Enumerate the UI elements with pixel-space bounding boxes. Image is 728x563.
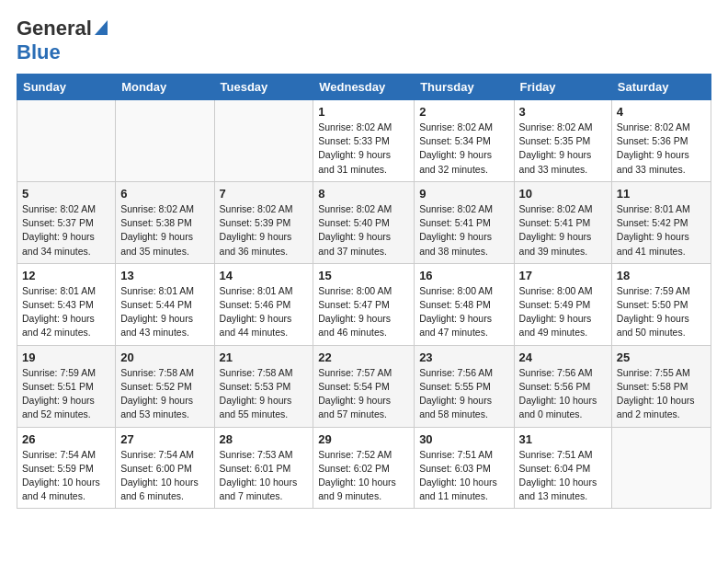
col-header-friday: Friday [514,75,611,100]
day-info: Sunrise: 7:54 AM Sunset: 5:59 PM Dayligh… [22,448,110,504]
svg-marker-0 [95,20,108,35]
calendar-cell: 9Sunrise: 8:02 AM Sunset: 5:41 PM Daylig… [415,181,514,263]
day-info: Sunrise: 7:57 AM Sunset: 5:54 PM Dayligh… [318,366,409,422]
calendar-header-row: SundayMondayTuesdayWednesdayThursdayFrid… [17,75,711,100]
day-info: Sunrise: 7:59 AM Sunset: 5:50 PM Dayligh… [617,284,706,340]
calendar-cell: 3Sunrise: 8:02 AM Sunset: 5:35 PM Daylig… [514,100,611,182]
day-number: 29 [318,432,409,446]
day-info: Sunrise: 7:53 AM Sunset: 6:01 PM Dayligh… [220,448,309,504]
day-number: 28 [220,432,309,446]
day-number: 14 [220,269,309,282]
logo: General Blue [17,17,108,64]
calendar-cell: 6Sunrise: 8:02 AM Sunset: 5:38 PM Daylig… [116,181,214,263]
calendar-cell: 26Sunrise: 7:54 AM Sunset: 5:59 PM Dayli… [17,427,116,509]
day-info: Sunrise: 8:00 AM Sunset: 5:49 PM Dayligh… [519,284,607,340]
day-number: 8 [318,187,409,201]
week-row-4: 26Sunrise: 7:54 AM Sunset: 5:59 PM Dayli… [17,427,711,509]
day-number: 26 [22,432,110,446]
day-info: Sunrise: 8:02 AM Sunset: 5:36 PM Dayligh… [617,121,706,177]
week-row-2: 12Sunrise: 8:01 AM Sunset: 5:43 PM Dayli… [17,263,711,345]
day-number: 4 [617,105,706,119]
day-info: Sunrise: 7:58 AM Sunset: 5:53 PM Dayligh… [220,366,309,422]
day-info: Sunrise: 8:02 AM Sunset: 5:33 PM Dayligh… [318,121,409,177]
day-number: 23 [419,350,508,364]
calendar-cell: 13Sunrise: 8:01 AM Sunset: 5:44 PM Dayli… [116,263,214,345]
calendar-cell: 29Sunrise: 7:52 AM Sunset: 6:02 PM Dayli… [313,427,415,509]
calendar-cell [214,100,313,182]
page: General Blue SundayMondayTuesdayWednesda… [0,0,728,525]
day-info: Sunrise: 7:55 AM Sunset: 5:58 PM Dayligh… [617,366,706,422]
day-number: 13 [120,269,209,282]
day-number: 11 [617,187,706,201]
day-number: 21 [220,350,309,364]
day-number: 7 [220,187,309,201]
day-info: Sunrise: 7:51 AM Sunset: 6:03 PM Dayligh… [419,448,508,504]
day-info: Sunrise: 8:00 AM Sunset: 5:48 PM Dayligh… [419,284,508,340]
day-info: Sunrise: 8:02 AM Sunset: 5:41 PM Dayligh… [519,202,607,259]
day-number: 22 [318,350,409,364]
calendar-cell: 8Sunrise: 8:02 AM Sunset: 5:40 PM Daylig… [313,181,415,263]
day-number: 10 [519,187,607,201]
day-number: 24 [519,350,607,364]
day-info: Sunrise: 8:02 AM Sunset: 5:41 PM Dayligh… [419,202,508,259]
logo-general-text: General [17,17,92,40]
day-number: 20 [120,350,209,364]
week-row-0: 1Sunrise: 8:02 AM Sunset: 5:33 PM Daylig… [17,100,711,182]
calendar-cell: 4Sunrise: 8:02 AM Sunset: 5:36 PM Daylig… [611,100,711,182]
calendar-cell: 27Sunrise: 7:54 AM Sunset: 6:00 PM Dayli… [116,427,214,509]
calendar-cell: 30Sunrise: 7:51 AM Sunset: 6:03 PM Dayli… [415,427,514,509]
day-info: Sunrise: 7:56 AM Sunset: 5:55 PM Dayligh… [419,366,508,422]
day-number: 18 [617,269,706,282]
day-number: 31 [519,432,607,446]
day-info: Sunrise: 8:01 AM Sunset: 5:44 PM Dayligh… [120,284,209,340]
calendar-cell [116,100,214,182]
col-header-monday: Monday [116,75,214,100]
calendar-cell: 15Sunrise: 8:00 AM Sunset: 5:47 PM Dayli… [313,263,415,345]
calendar-cell: 7Sunrise: 8:02 AM Sunset: 5:39 PM Daylig… [214,181,313,263]
day-number: 15 [318,269,409,282]
calendar-cell: 14Sunrise: 8:01 AM Sunset: 5:46 PM Dayli… [214,263,313,345]
calendar-cell: 1Sunrise: 8:02 AM Sunset: 5:33 PM Daylig… [313,100,415,182]
header: General Blue [17,17,711,64]
day-info: Sunrise: 7:51 AM Sunset: 6:04 PM Dayligh… [519,448,607,504]
col-header-tuesday: Tuesday [214,75,313,100]
logo-blue-text: Blue [17,40,61,64]
day-info: Sunrise: 8:02 AM Sunset: 5:39 PM Dayligh… [220,202,309,259]
calendar-cell: 17Sunrise: 8:00 AM Sunset: 5:49 PM Dayli… [514,263,611,345]
day-info: Sunrise: 8:01 AM Sunset: 5:46 PM Dayligh… [220,284,309,340]
calendar-cell: 28Sunrise: 7:53 AM Sunset: 6:01 PM Dayli… [214,427,313,509]
week-row-3: 19Sunrise: 7:59 AM Sunset: 5:51 PM Dayli… [17,345,711,427]
day-info: Sunrise: 8:02 AM Sunset: 5:40 PM Dayligh… [318,202,409,259]
calendar-cell: 11Sunrise: 8:01 AM Sunset: 5:42 PM Dayli… [611,181,711,263]
week-row-1: 5Sunrise: 8:02 AM Sunset: 5:37 PM Daylig… [17,181,711,263]
calendar-cell: 18Sunrise: 7:59 AM Sunset: 5:50 PM Dayli… [611,263,711,345]
calendar-cell: 31Sunrise: 7:51 AM Sunset: 6:04 PM Dayli… [514,427,611,509]
calendar-cell: 22Sunrise: 7:57 AM Sunset: 5:54 PM Dayli… [313,345,415,427]
day-info: Sunrise: 8:02 AM Sunset: 5:37 PM Dayligh… [22,202,110,259]
day-number: 17 [519,269,607,282]
day-number: 6 [120,187,209,201]
calendar-cell: 2Sunrise: 8:02 AM Sunset: 5:34 PM Daylig… [415,100,514,182]
day-info: Sunrise: 7:52 AM Sunset: 6:02 PM Dayligh… [318,448,409,504]
day-info: Sunrise: 8:02 AM Sunset: 5:38 PM Dayligh… [120,202,209,259]
logo-triangle-icon [95,20,108,39]
day-number: 12 [22,269,110,282]
day-info: Sunrise: 7:56 AM Sunset: 5:56 PM Dayligh… [519,366,607,422]
day-number: 30 [419,432,508,446]
calendar-cell: 20Sunrise: 7:58 AM Sunset: 5:52 PM Dayli… [116,345,214,427]
col-header-thursday: Thursday [415,75,514,100]
day-info: Sunrise: 8:01 AM Sunset: 5:42 PM Dayligh… [617,202,706,259]
calendar-table: SundayMondayTuesdayWednesdayThursdayFrid… [17,74,711,509]
day-info: Sunrise: 8:02 AM Sunset: 5:35 PM Dayligh… [519,121,607,177]
calendar-cell: 21Sunrise: 7:58 AM Sunset: 5:53 PM Dayli… [214,345,313,427]
calendar-cell: 19Sunrise: 7:59 AM Sunset: 5:51 PM Dayli… [17,345,116,427]
calendar-cell [611,427,711,509]
col-header-wednesday: Wednesday [313,75,415,100]
calendar-cell: 16Sunrise: 8:00 AM Sunset: 5:48 PM Dayli… [415,263,514,345]
calendar-cell: 10Sunrise: 8:02 AM Sunset: 5:41 PM Dayli… [514,181,611,263]
day-number: 3 [519,105,607,119]
col-header-saturday: Saturday [611,75,711,100]
calendar-cell: 12Sunrise: 8:01 AM Sunset: 5:43 PM Dayli… [17,263,116,345]
day-number: 27 [120,432,209,446]
calendar-cell: 23Sunrise: 7:56 AM Sunset: 5:55 PM Dayli… [415,345,514,427]
